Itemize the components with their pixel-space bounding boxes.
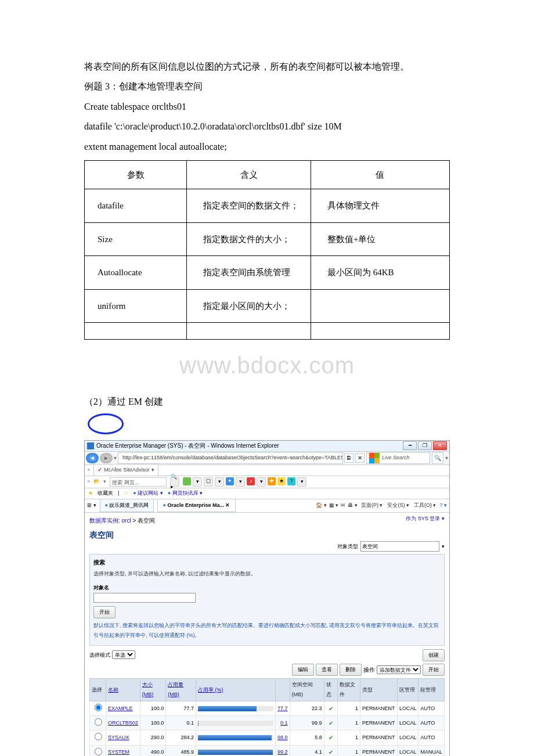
tool-icon[interactable]: ▾ — [236, 477, 245, 487]
tablespace-grid: 选择名称大小 (MB)占用量 (MB)占用率 (%)空闲空间 (MB)状态数据文… — [89, 678, 445, 756]
view-button[interactable]: 查看 — [316, 664, 338, 676]
fav-link[interactable]: ● 建议网站 ▾ — [133, 488, 163, 498]
mail-icon[interactable]: ✉ — [341, 501, 345, 510]
dropdown-icon[interactable]: ▾ — [442, 542, 445, 552]
tool-icon[interactable]: ▾ — [257, 477, 266, 487]
action-select[interactable]: 添加数据文件 — [377, 665, 421, 674]
close-toolbar-icon[interactable]: × — [87, 477, 90, 487]
close-button[interactable]: ✕ — [433, 441, 447, 450]
params-table: 参数 含义 值 datafile 指定表空间的数据文件； 具体物理文件 Size… — [84, 160, 450, 340]
pct-link[interactable]: 99.2 — [277, 747, 288, 756]
help-icon[interactable]: ? ▾ — [439, 501, 447, 510]
breadcrumb-link[interactable]: 数据库实例: orcl — [89, 517, 131, 524]
pct-link[interactable]: 77.7 — [277, 704, 288, 714]
row-radio[interactable] — [95, 704, 102, 711]
action-go-button[interactable]: 开始 — [423, 664, 445, 676]
create-button[interactable]: 创建 — [423, 649, 445, 661]
tool-icon[interactable]: ☐ — [204, 477, 213, 487]
tabs-icon[interactable]: ⊞ ▾ — [87, 501, 96, 510]
table-row: EXAMPLE100.077.777.722.3✔1PERMANENTLOCAL… — [90, 701, 445, 716]
search-title: 搜索 — [93, 557, 441, 568]
objname-label: 对象名 — [93, 585, 109, 591]
grid-header[interactable]: 段管理 — [418, 679, 445, 701]
grid-header[interactable]: 占用率 (%) — [196, 679, 276, 701]
go-button[interactable]: 开始 — [93, 606, 116, 618]
tab-active[interactable]: ● Oracle Enterprise Ma... ✕ — [157, 499, 235, 512]
tablespace-link[interactable]: SYSAUX — [108, 735, 129, 740]
tablespace-link[interactable]: ORCLTBS02 — [108, 720, 138, 726]
ie-icon — [87, 442, 94, 449]
tool-icon[interactable]: ▾ — [215, 477, 224, 487]
row-radio[interactable] — [95, 748, 102, 755]
table-row: SYSTEM490.0485.999.24.1✔1PERMANENTLOCALM… — [90, 745, 445, 756]
grid-header[interactable]: 名称 — [106, 679, 140, 701]
tablespace-link[interactable]: EXAMPLE — [108, 705, 133, 711]
menu-tools[interactable]: 工具(O) ▾ — [413, 501, 438, 510]
toolbar-icon[interactable]: 📂 — [93, 477, 100, 487]
favorites-icon[interactable]: ★ — [88, 488, 93, 498]
grid-header[interactable]: 选择 — [90, 679, 106, 701]
forward-button[interactable]: ► — [100, 453, 113, 463]
search-box[interactable]: Live Search — [366, 452, 430, 464]
menu-page[interactable]: 页面(P) ▾ — [360, 501, 384, 510]
minimize-button[interactable]: ━ — [403, 441, 417, 450]
cell: 指定最小区间的大小； — [187, 289, 311, 323]
tool-icon[interactable]: ▾ — [297, 477, 306, 487]
para-example3: 例题 3：创建本地管理表空间 — [84, 78, 450, 95]
grid-header[interactable]: 占用量 (MB) — [166, 679, 196, 701]
grid-header[interactable]: 状态 — [324, 679, 338, 701]
favorites-bar: ★ 收藏夹 | ☆ ● 建议网站 ▾ ● 网页快讯库 ▾ — [85, 488, 449, 499]
pct-link[interactable]: 0.1 — [277, 718, 288, 728]
cell — [311, 323, 449, 340]
objname-input[interactable] — [93, 593, 196, 603]
tool-icon[interactable] — [183, 477, 191, 485]
grid-header[interactable]: 区管理 — [397, 679, 418, 701]
delete-button[interactable]: 删除 — [340, 664, 362, 676]
feed-icon[interactable]: ▦ ▾ — [329, 501, 339, 510]
page-heading: 表空间 — [89, 527, 445, 543]
refresh-icon[interactable]: 🗎 — [344, 453, 353, 463]
cell — [187, 323, 311, 340]
grid-header[interactable]: 数据文件 — [338, 679, 360, 701]
tool-icon[interactable]: ✦ — [226, 477, 234, 485]
row-radio[interactable] — [95, 718, 102, 726]
obj-type-select[interactable] — [360, 541, 439, 552]
fav-link[interactable]: ● 网页快讯库 ▾ — [168, 488, 203, 498]
tool-icon[interactable]: ▾ — [193, 477, 202, 487]
mini-search[interactable]: 搜索 网页... — [110, 477, 167, 487]
url-field[interactable]: http://lex-pc:1158/em/console/database/d… — [118, 452, 343, 464]
pct-link[interactable]: 98.0 — [277, 733, 288, 743]
edit-button[interactable]: 编辑 — [292, 664, 314, 676]
url-text: http://lex-pc:1158/em/console/database/d… — [122, 453, 343, 463]
tool-icon[interactable]: ★ — [277, 477, 286, 485]
stop-icon[interactable]: ✕ — [355, 453, 365, 463]
cell: 整数值+单位 — [311, 222, 449, 256]
back-button[interactable]: ◄ — [86, 453, 99, 463]
search-dropdown-icon[interactable]: ▾ — [445, 452, 448, 463]
print-icon[interactable]: 🖶 ▾ — [348, 501, 358, 510]
mcafee-button[interactable]: ✓McAfee SiteAdvisor▾ — [93, 464, 158, 476]
tool-icon[interactable]: ? — [287, 477, 295, 485]
grid-header[interactable] — [276, 679, 290, 701]
search-button[interactable]: 🔍 — [432, 452, 443, 464]
dropdown-icon[interactable]: ▾ — [114, 452, 117, 463]
home-icon[interactable]: 🏠 ▾ — [316, 501, 327, 510]
grid-header[interactable]: 大小 (MB) — [140, 679, 165, 701]
tool-icon[interactable]: ✚ — [268, 477, 276, 485]
maximize-button[interactable]: ❐ — [418, 441, 432, 450]
toolbar-icons: ▾ ☐ ▾ ✦ ▾ ♪ ▾ ✚ ★ ? ▾ — [183, 477, 306, 487]
mode-label: 选择模式 — [89, 652, 110, 658]
search-panel: 搜索 选择对象类型, 并可以选择输入对象名称, 以过滤结果集中显示的数据。 对象… — [89, 554, 445, 645]
grid-header[interactable]: 类型 — [360, 679, 398, 701]
tool-icon[interactable]: ♪ — [247, 477, 255, 485]
grid-header[interactable]: 空闲空间 (MB) — [290, 679, 324, 701]
tab-1[interactable]: ● 娱乐频道_腾讯网 — [100, 499, 154, 512]
search-go-icon[interactable]: 🔍▸ — [170, 477, 179, 487]
menu-security[interactable]: 安全(S) ▾ — [386, 501, 410, 510]
mode-select[interactable]: 单选 — [112, 650, 135, 659]
cell: 具体物理文件 — [311, 189, 449, 223]
th-value: 值 — [311, 160, 449, 189]
close-bar-icon[interactable]: × — [87, 465, 90, 475]
row-radio[interactable] — [95, 733, 102, 740]
tablespace-link[interactable]: SYSTEM — [108, 749, 129, 755]
